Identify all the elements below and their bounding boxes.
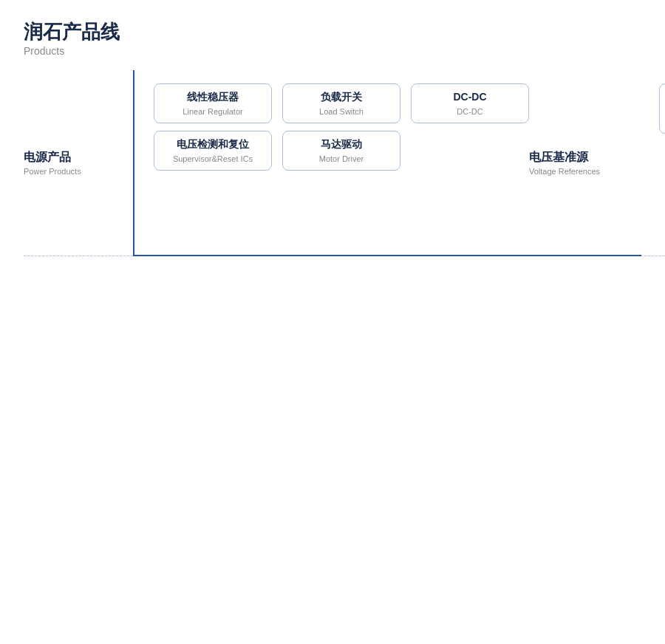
product-box[interactable]: 线性稳压器Linear Regulator — [154, 83, 272, 123]
product-box[interactable]: 马达驱动Motor Driver — [282, 131, 400, 171]
product-row-power-0: 线性稳压器Linear Regulator负载开关Load SwitchDC-D… — [154, 83, 529, 123]
product-box-en: Linear Regulator — [183, 106, 242, 117]
product-box-cn: 线性稳压器 — [187, 90, 239, 105]
product-row-power-1: 电压检测和复位Supervisor&Reset ICs马达驱动Motor Dri… — [154, 131, 529, 171]
horizontal-line — [133, 255, 641, 256]
category-en-voltage-ref: Voltage References — [529, 167, 625, 176]
category-cn-voltage-ref: 电压基准源 — [529, 150, 625, 165]
page-title-cn: 润石产品线 — [24, 21, 641, 44]
product-box[interactable]: DC-DCDC-DC — [411, 83, 529, 123]
product-box[interactable]: 负载开关Load Switch — [282, 83, 400, 123]
product-box-cn: 负载开关 — [321, 90, 362, 105]
product-box[interactable]: 电压检测和复位Supervisor&Reset ICs — [154, 131, 272, 171]
product-box-cn: 电压检测和复位 — [177, 137, 249, 152]
product-row-voltage-ref-0: 并联电压基准源Shunt Voltage References串联电压基准源Se… — [659, 83, 665, 134]
product-box-cn: 马达驱动 — [321, 137, 362, 152]
category-row-power: 电源产品Power Products线性稳压器Linear Regulator负… — [24, 70, 529, 256]
vertical-line — [133, 70, 134, 256]
product-boxes-voltage-ref: 并联电压基准源Shunt Voltage References串联电压基准源Se… — [638, 83, 665, 242]
product-boxes-power: 线性稳压器Linear Regulator负载开关Load SwitchDC-D… — [133, 83, 529, 242]
page-container: 润石产品线 Products 电源产品Power Products线性稳压器Li… — [24, 21, 641, 256]
product-box-en: DC-DC — [457, 106, 482, 117]
category-label-power: 电源产品Power Products — [24, 83, 133, 242]
product-box-en: Load Switch — [319, 106, 364, 117]
product-box-en: Supervisor&Reset ICs — [173, 154, 253, 164]
product-box-en: Motor Driver — [319, 154, 364, 164]
main-layout: 电源产品Power Products线性稳压器Linear Regulator负… — [24, 70, 641, 256]
product-box-cn: DC-DC — [453, 90, 486, 105]
product-box[interactable]: 并联电压基准源Shunt Voltage References — [659, 83, 665, 134]
category-cn-power: 电源产品 — [24, 150, 120, 165]
category-label-voltage-ref: 电压基准源Voltage References — [529, 83, 638, 242]
category-row-voltage-ref: 电压基准源Voltage References并联电压基准源Shunt Volt… — [529, 70, 665, 256]
page-title-en: Products — [24, 45, 641, 57]
category-en-power: Power Products — [24, 167, 120, 176]
